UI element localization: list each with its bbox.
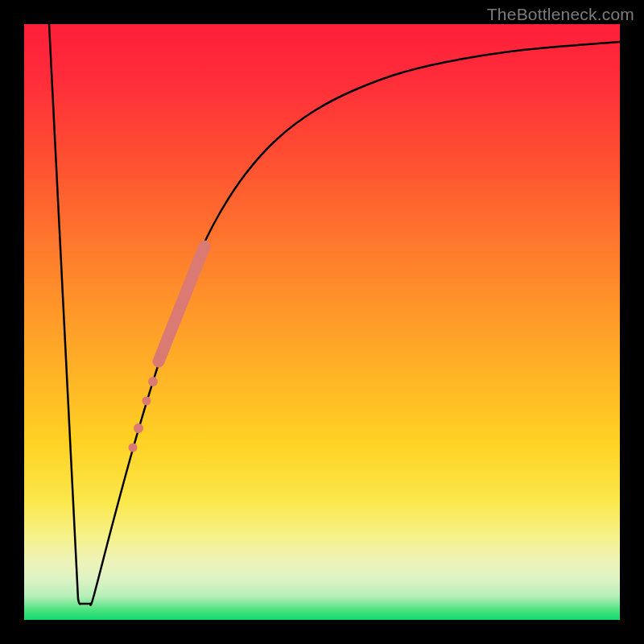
chart-frame: TheBottleneck.com [0,0,644,644]
chart-svg [24,24,620,620]
marker-dot-4 [129,444,138,452]
bottleneck-curve [49,24,620,605]
markers-layer [129,246,205,452]
watermark-text: TheBottleneck.com [487,5,634,24]
marker-dot-2 [142,397,151,406]
curve-layer [49,24,620,605]
marker-dot-3 [134,423,143,433]
chart-plot-area [24,24,620,620]
marker-dot-1 [148,377,158,386]
marker-segment [159,246,204,361]
